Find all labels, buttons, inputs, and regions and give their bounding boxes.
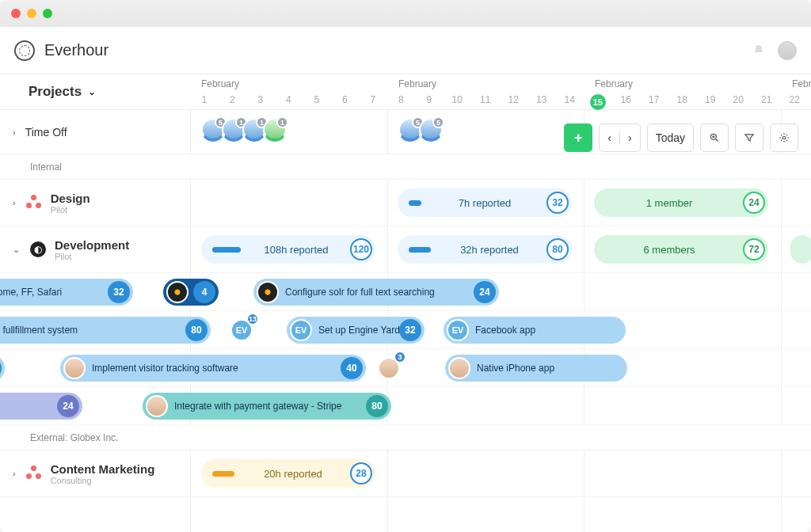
calendar-day[interactable]: 6 — [331, 92, 360, 110]
task-chip[interactable]: EV 13 — [228, 317, 255, 344]
pill-count: 80 — [546, 238, 569, 260]
calendar-day[interactable]: 4 — [275, 92, 303, 110]
task-bar[interactable]: Implement visitor tracking software 40 — [60, 355, 366, 382]
row-development: ⌄ ◐ Development Pilot 108h reported 120 — [0, 226, 811, 273]
project-title[interactable]: Content Marketing — [51, 462, 155, 476]
section-external: External: Globex Inc. — [0, 425, 811, 450]
filter-button[interactable] — [735, 124, 763, 152]
task-bar[interactable]: Native iPhone app — [445, 355, 627, 382]
month-label: Febru — [781, 74, 811, 89]
calendar-day[interactable]: 8 — [387, 92, 416, 110]
pill-text: 32h reported — [442, 244, 537, 256]
task-row: Mo... 16 8 Implement visitor tracking so… — [0, 349, 811, 387]
project-title[interactable]: Development — [55, 238, 129, 252]
asana-icon — [25, 194, 43, 211]
task-bar[interactable]: Implement site uptime monitor 24 — [0, 393, 82, 420]
calendar-day[interactable]: 21 — [752, 92, 781, 110]
calendar-day[interactable]: 22 — [781, 92, 809, 110]
task-bar[interactable]: 4 — [163, 279, 219, 306]
pill-text: 108h reported — [252, 244, 341, 256]
project-title[interactable]: Design — [51, 192, 90, 205]
task-text: Set up Engine Yard — [318, 325, 400, 336]
members-pill[interactable] — [790, 235, 811, 264]
task-bar[interactable]: Test new website in Chrome, FF, Safari 3… — [0, 279, 133, 306]
calendar-day[interactable]: 11 — [471, 92, 500, 110]
zoom-button[interactable] — [700, 124, 729, 152]
task-text: Facebook app — [475, 325, 535, 336]
timeoff-label: Time Off — [25, 126, 67, 139]
task-bar[interactable]: EV Set up Engine Yard 32 — [287, 317, 425, 344]
pill-text: 1 member — [605, 197, 733, 209]
window-close-dot[interactable] — [11, 9, 21, 18]
task-bar[interactable]: 8 — [0, 355, 5, 382]
today-button[interactable]: Today — [647, 124, 694, 152]
face-icon — [63, 357, 86, 379]
calendar-day[interactable]: 10 — [444, 92, 472, 110]
projects-dropdown[interactable]: Projects ⌄ — [0, 74, 190, 109]
calendar-day[interactable]: 16 — [612, 92, 641, 110]
report-pill[interactable]: 32h reported 80 — [398, 235, 572, 264]
avatar-count: 5 — [432, 116, 444, 128]
task-text: Configure solr for full text searching — [285, 287, 435, 298]
task-count: 40 — [341, 357, 363, 379]
collapse-caret[interactable]: ⌄ — [13, 245, 20, 255]
gear-icon — [779, 132, 790, 143]
task-text: Implement visitor tracking software — [92, 363, 238, 374]
task-badge: 3 — [394, 351, 406, 363]
pill-count: 120 — [350, 238, 372, 260]
window-max-dot[interactable] — [43, 9, 52, 18]
task-count: 24 — [474, 281, 496, 303]
report-pill[interactable]: 108h reported 120 — [201, 235, 375, 264]
expand-caret[interactable]: › — [13, 127, 16, 137]
members-pill[interactable]: 6 members 72 — [594, 235, 768, 264]
project-sub: Consulting — [51, 476, 155, 485]
projects-label: Projects — [29, 84, 82, 100]
month-label: February — [387, 74, 436, 89]
month-label: February — [190, 74, 239, 89]
calendar-day[interactable]: 7 — [359, 92, 387, 110]
calendar-day[interactable]: 12 — [500, 92, 528, 110]
task-bar[interactable]: Configure solr for full text searching 2… — [253, 279, 499, 306]
report-pill[interactable]: 7h reported 32 — [398, 188, 572, 217]
task-chip[interactable]: 3 — [375, 355, 402, 382]
task-count: 80 — [185, 319, 208, 341]
calendar-day[interactable]: 1 — [190, 92, 219, 110]
members-pill[interactable]: 1 member 24 — [594, 188, 768, 217]
pill-text: 7h reported — [432, 197, 537, 209]
window-min-dot[interactable] — [27, 9, 36, 18]
calendar-day[interactable]: 2 — [219, 92, 247, 110]
pill-count: 28 — [350, 462, 372, 484]
calendar-day[interactable]: 17 — [640, 92, 668, 110]
task-count: 8 — [0, 357, 2, 379]
calendar-day[interactable]: 19 — [696, 92, 725, 110]
next-button[interactable]: › — [620, 131, 640, 144]
expand-caret[interactable]: › — [13, 469, 16, 478]
avatar[interactable]: 1 — [263, 118, 287, 142]
task-text: Integrate with payment gateway - Stripe — [174, 401, 341, 412]
calendar-day[interactable]: 15 — [584, 92, 612, 110]
progress-bar — [409, 200, 421, 206]
task-count: 24 — [57, 395, 79, 417]
task-bar[interactable]: Integrate with payment gateway - Stripe … — [143, 393, 391, 420]
pill-count: 72 — [743, 238, 765, 260]
calendar-day[interactable]: 3 — [246, 92, 275, 110]
user-avatar[interactable] — [778, 41, 797, 60]
task-text: Integrate with auto order fullfillment s… — [0, 325, 78, 336]
add-button[interactable]: + — [564, 124, 592, 152]
task-bar[interactable]: EV Integrate with auto order fullfillmen… — [0, 317, 211, 344]
report-pill[interactable]: 20h reported 28 — [201, 459, 375, 488]
expand-caret[interactable]: › — [13, 198, 16, 207]
app-header: Everhour — [0, 27, 811, 74]
notification-icon[interactable] — [752, 44, 765, 57]
prev-button[interactable]: ‹ — [600, 131, 620, 144]
calendar-day[interactable]: 18 — [668, 92, 697, 110]
calendar-day[interactable]: 14 — [556, 92, 584, 110]
row-design: › Design Pilot 7h reported 32 1 member — [0, 180, 811, 226]
settings-button[interactable] — [770, 124, 798, 152]
calendar-day[interactable]: 9 — [415, 92, 444, 110]
calendar-day[interactable]: 13 — [527, 92, 556, 110]
task-bar[interactable]: EV Facebook app — [444, 317, 626, 344]
avatar[interactable]: 5 — [419, 118, 443, 142]
calendar-day[interactable]: 20 — [725, 92, 753, 110]
calendar-day[interactable]: 5 — [303, 92, 331, 110]
